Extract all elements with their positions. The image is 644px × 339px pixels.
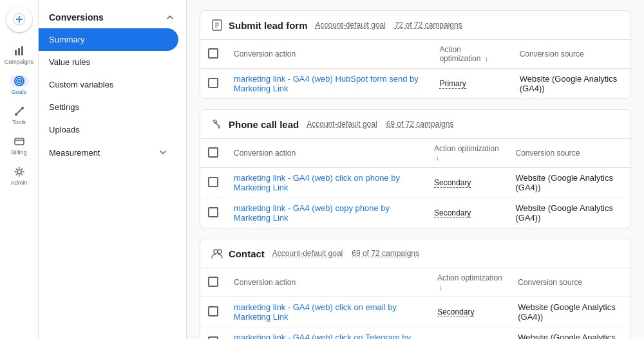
th-check-submit xyxy=(200,40,226,69)
row-checkbox-1-contact[interactable] xyxy=(208,336,218,340)
th-action-submit: Conversion action xyxy=(226,40,431,69)
th-optimization-submit: Action optimization ↓ xyxy=(431,40,511,69)
action-link-1-phone[interactable]: marketing link - GA4 (web) copy phone by… xyxy=(234,203,390,223)
section-header-contact: Contact Account-default goal 69 of 72 ca… xyxy=(200,239,630,268)
sidebar-item-summary[interactable]: Summary xyxy=(39,28,178,51)
left-nav: Campaigns Goals Tools Bill xyxy=(0,0,39,339)
section-header-phone: Phone call lead Account-default goal 69 … xyxy=(200,110,630,139)
nav-label-admin: Admin xyxy=(11,179,28,186)
table-row: marketing link - GA4 (web) HubSpot form … xyxy=(200,69,630,99)
nav-label-campaigns: Campaigns xyxy=(5,59,34,65)
svg-point-8 xyxy=(18,80,21,82)
chevron-down-icon xyxy=(158,147,168,158)
row-checkbox-0-submit[interactable] xyxy=(208,78,218,88)
th-optimization-contact: Action optimization ↓ xyxy=(430,268,510,297)
th-check-contact xyxy=(200,268,226,297)
sort-icon-contact[interactable]: ↓ xyxy=(439,283,443,291)
th-action-contact: Conversion action xyxy=(226,268,430,297)
svg-rect-3 xyxy=(15,50,17,55)
main-content: Submit lead form Account-default goal 72… xyxy=(187,0,644,339)
action-link-0-contact[interactable]: marketing link - GA4 (web) click on emai… xyxy=(234,302,397,322)
section-title-phone: Phone call lead xyxy=(229,119,299,130)
td-action-0-submit: marketing link - GA4 (web) HubSpot form … xyxy=(226,69,431,99)
contact-icon xyxy=(211,247,223,260)
td-source-0-submit: Website (Google Analytics (GA4)) xyxy=(512,69,630,99)
nav-label-tools: Tools xyxy=(12,119,26,125)
nav-item-billing[interactable]: Billing xyxy=(0,131,38,161)
nav-item-goals[interactable]: Goals xyxy=(0,70,38,100)
row-checkbox-1-phone[interactable] xyxy=(208,207,218,217)
sidebar: Conversions Summary Value rules Custom v… xyxy=(39,0,187,339)
svg-point-13 xyxy=(17,170,21,174)
section-title-contact: Contact xyxy=(229,248,265,259)
submit-table: Conversion action Action optimization ↓ … xyxy=(200,40,630,98)
row-checkbox-0-phone[interactable] xyxy=(208,177,218,187)
action-link-0-submit[interactable]: marketing link - GA4 (web) HubSpot form … xyxy=(234,74,419,93)
sidebar-item-value-rules[interactable]: Value rules xyxy=(39,51,178,73)
table-row: marketing link - GA4 (web) click on Tele… xyxy=(200,327,630,340)
opt-badge-0-phone: Secondary xyxy=(434,178,471,188)
svg-rect-4 xyxy=(18,48,20,55)
nav-item-tools[interactable]: Tools xyxy=(0,100,38,131)
header-checkbox-phone[interactable] xyxy=(208,147,218,158)
td-source-0-contact: Website (Google Analytics (GA4)) xyxy=(510,297,630,327)
nav-label-goals: Goals xyxy=(12,89,27,95)
section-header-submit: Submit lead form Account-default goal 72… xyxy=(200,11,630,40)
table-row: marketing link - GA4 (web) click on emai… xyxy=(200,297,630,327)
svg-point-18 xyxy=(214,250,218,253)
submit-form-icon xyxy=(211,19,223,32)
nav-item-campaigns[interactable]: Campaigns xyxy=(0,40,38,70)
th-source-phone: Conversion source xyxy=(507,139,630,168)
row-checkbox-0-contact[interactable] xyxy=(208,306,218,316)
td-source-0-phone: Website (Google Analytics (GA4)) xyxy=(507,168,630,198)
opt-badge-1-phone: Secondary xyxy=(434,208,471,218)
section-account-goal-submit: Account-default goal xyxy=(316,21,386,30)
section-phone-call-lead: Phone call lead Account-default goal 69 … xyxy=(200,109,631,228)
sidebar-item-measurement[interactable]: Measurement xyxy=(39,141,178,164)
td-check-0-submit xyxy=(200,69,226,99)
header-checkbox-contact[interactable] xyxy=(208,277,218,287)
svg-rect-5 xyxy=(21,46,23,55)
td-source-1-contact: Website (Google Analytics (GA4)) xyxy=(510,327,630,340)
table-row: marketing link - GA4 (web) copy phone by… xyxy=(200,198,630,228)
contact-table: Conversion action Action optimization ↓ … xyxy=(200,268,630,339)
th-source-contact: Conversion source xyxy=(510,268,630,297)
svg-point-19 xyxy=(218,250,222,253)
section-account-goal-phone: Account-default goal xyxy=(307,120,377,129)
sidebar-item-uploads[interactable]: Uploads xyxy=(39,118,178,141)
action-link-0-phone[interactable]: marketing link - GA4 (web) click on phon… xyxy=(234,173,400,192)
sidebar-title: Conversions xyxy=(39,6,186,28)
section-campaigns-contact[interactable]: 69 of 72 campaigns xyxy=(352,249,419,258)
svg-point-9 xyxy=(21,107,24,109)
sidebar-item-settings[interactable]: Settings xyxy=(39,96,178,118)
nav-item-admin[interactable]: Admin xyxy=(0,161,38,191)
chevron-up-icon xyxy=(164,12,176,23)
header-checkbox-submit[interactable] xyxy=(208,48,218,59)
action-link-1-contact[interactable]: marketing link - GA4 (web) click on Tele… xyxy=(234,333,411,339)
nav-label-billing: Billing xyxy=(11,149,26,156)
opt-badge-0-submit: Primary xyxy=(439,79,466,89)
svg-point-10 xyxy=(15,113,17,116)
th-check-phone xyxy=(200,139,226,168)
sort-icon-submit[interactable]: ↓ xyxy=(485,55,489,62)
section-campaigns-submit[interactable]: 72 of 72 campaigns xyxy=(395,21,462,30)
td-source-1-phone: Website (Google Analytics (GA4)) xyxy=(507,198,630,228)
section-campaigns-phone[interactable]: 69 of 72 campaigns xyxy=(386,120,454,129)
sort-icon-phone[interactable]: ↓ xyxy=(436,154,440,161)
th-optimization-phone: Action optimization ↓ xyxy=(426,139,508,168)
section-title-submit: Submit lead form xyxy=(229,20,308,31)
create-button[interactable] xyxy=(6,6,32,32)
th-action-phone: Conversion action xyxy=(226,139,426,168)
phone-icon xyxy=(211,118,223,131)
section-submit-lead-form: Submit lead form Account-default goal 72… xyxy=(200,10,631,99)
sidebar-item-custom-variables[interactable]: Custom variables xyxy=(39,73,178,96)
phone-table: Conversion action Action optimization ↓ … xyxy=(200,139,630,228)
table-row: marketing link - GA4 (web) click on phon… xyxy=(200,168,630,198)
section-contact: Contact Account-default goal 69 of 72 ca… xyxy=(200,239,631,339)
td-opt-0-submit: Primary xyxy=(431,69,511,99)
section-account-goal-contact: Account-default goal xyxy=(272,249,343,258)
opt-badge-0-contact: Secondary xyxy=(437,307,474,317)
svg-rect-11 xyxy=(15,138,24,145)
th-source-submit: Conversion source xyxy=(512,40,630,69)
